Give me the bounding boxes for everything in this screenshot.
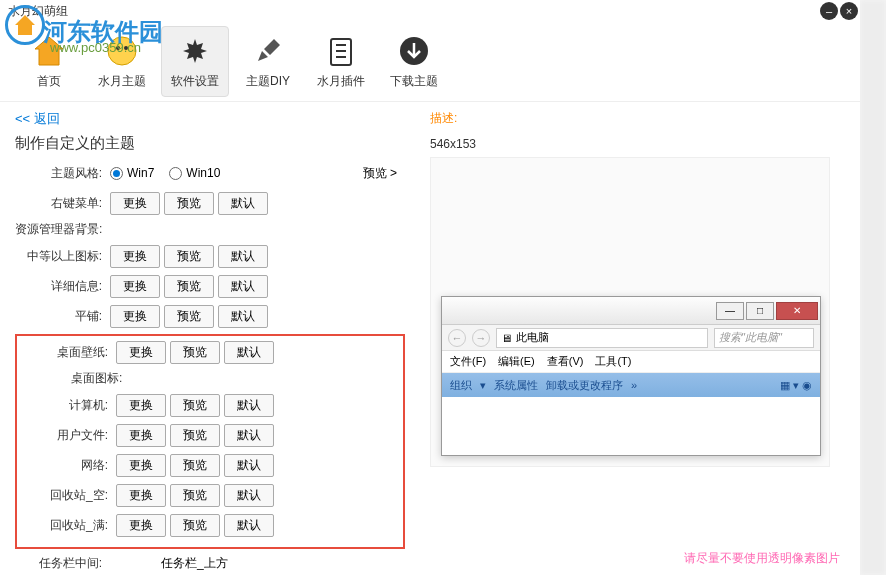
- explorer-search: 搜索"此电脑": [714, 328, 814, 348]
- radio-win7[interactable]: Win7: [110, 166, 154, 180]
- page-title: 制作自定义的主题: [15, 134, 405, 153]
- nav-back-icon: ←: [448, 329, 466, 347]
- default-button[interactable]: 默认: [224, 394, 274, 417]
- default-button[interactable]: 默认: [224, 484, 274, 507]
- preview-button[interactable]: 预览: [170, 454, 220, 477]
- theme-icon: [104, 33, 140, 69]
- tab-download[interactable]: 下载主题: [380, 27, 448, 96]
- default-button[interactable]: 默认: [224, 341, 274, 364]
- computer-label: 计算机:: [21, 397, 116, 414]
- preview-dimensions: 546x153: [430, 137, 850, 151]
- userfiles-label: 用户文件:: [21, 427, 116, 444]
- detail-info-label: 详细信息:: [15, 278, 110, 295]
- home-icon: [31, 33, 67, 69]
- desktop-icon-header: 桌面图标:: [21, 370, 399, 387]
- wallpaper-label: 桌面壁纸:: [21, 344, 116, 361]
- preview-button[interactable]: 预览: [164, 192, 214, 215]
- address-bar: 🖥 此电脑: [496, 328, 708, 348]
- change-button[interactable]: 更换: [110, 245, 160, 268]
- network-label: 网络:: [21, 457, 116, 474]
- change-button[interactable]: 更换: [116, 484, 166, 507]
- preview-button[interactable]: 预览: [170, 424, 220, 447]
- preview-button[interactable]: 预览: [170, 484, 220, 507]
- radio-icon: [110, 167, 123, 180]
- plugin-icon: [323, 33, 359, 69]
- svg-point-0: [108, 37, 136, 65]
- tile-label: 平铺:: [15, 308, 110, 325]
- change-button[interactable]: 更换: [116, 514, 166, 537]
- style-label: 主题风格:: [15, 165, 110, 182]
- medium-icon-label: 中等以上图标:: [15, 248, 110, 265]
- explorer-menubar: 文件(F) 编辑(E) 查看(V) 工具(T): [442, 351, 820, 373]
- change-button[interactable]: 更换: [116, 424, 166, 447]
- default-button[interactable]: 默认: [218, 245, 268, 268]
- preview-link[interactable]: 预览 >: [363, 165, 405, 182]
- back-link[interactable]: << 返回: [15, 110, 405, 128]
- change-button[interactable]: 更换: [116, 454, 166, 477]
- explorer-close-icon: ✕: [776, 302, 818, 320]
- preview-button[interactable]: 预览: [164, 305, 214, 328]
- tab-diy[interactable]: 主题DIY: [234, 27, 302, 96]
- close-button[interactable]: ×: [840, 2, 858, 20]
- default-button[interactable]: 默认: [224, 454, 274, 477]
- preview-button[interactable]: 预览: [170, 341, 220, 364]
- svg-point-1: [116, 46, 120, 50]
- default-button[interactable]: 默认: [224, 424, 274, 447]
- main-toolbar: 首页 水月主题 软件设置 主题DIY 水月插件: [0, 22, 860, 102]
- taskbar-value: 任务栏_上方: [110, 554, 279, 573]
- recycle-empty-label: 回收站_空:: [21, 487, 116, 504]
- preview-area: — □ ✕ ← → 🖥 此电脑 搜索"此电脑" 文件(F): [430, 157, 830, 467]
- radio-win10[interactable]: Win10: [169, 166, 220, 180]
- change-button[interactable]: 更换: [110, 275, 160, 298]
- footer-warning: 请尽量不要使用透明像素图片: [684, 550, 840, 567]
- explorer-minimize-icon: —: [716, 302, 744, 320]
- explorer-ribbon: 组织 ▾ 系统属性 卸载或更改程序 » ▦ ▾ ◉: [442, 373, 820, 397]
- default-button[interactable]: 默认: [218, 305, 268, 328]
- taskbar-center-label: 任务栏中间:: [15, 555, 110, 572]
- svg-point-2: [124, 46, 128, 50]
- preview-button[interactable]: 预览: [164, 245, 214, 268]
- tab-plugin[interactable]: 水月插件: [307, 27, 375, 96]
- tab-theme[interactable]: 水月主题: [88, 27, 156, 96]
- recycle-full-label: 回收站_满:: [21, 517, 116, 534]
- window-title: 水月幻萌组: [8, 3, 68, 20]
- default-button[interactable]: 默认: [218, 192, 268, 215]
- default-button[interactable]: 默认: [224, 514, 274, 537]
- download-icon: [396, 33, 432, 69]
- settings-icon: [177, 33, 213, 69]
- tab-home[interactable]: 首页: [15, 27, 83, 96]
- context-menu-label: 右键菜单:: [15, 195, 110, 212]
- preview-button[interactable]: 预览: [170, 514, 220, 537]
- tab-settings[interactable]: 软件设置: [161, 26, 229, 97]
- preview-button[interactable]: 预览: [164, 275, 214, 298]
- radio-icon: [169, 167, 182, 180]
- change-button[interactable]: 更换: [116, 341, 166, 364]
- minimize-button[interactable]: –: [820, 2, 838, 20]
- change-button[interactable]: 更换: [116, 394, 166, 417]
- change-button[interactable]: 更换: [110, 305, 160, 328]
- nav-forward-icon: →: [472, 329, 490, 347]
- change-button[interactable]: 更换: [110, 192, 160, 215]
- preview-button[interactable]: 预览: [170, 394, 220, 417]
- explorer-preview: — □ ✕ ← → 🖥 此电脑 搜索"此电脑" 文件(F): [441, 296, 821, 456]
- explorer-maximize-icon: □: [746, 302, 774, 320]
- diy-icon: [250, 33, 286, 69]
- default-button[interactable]: 默认: [218, 275, 268, 298]
- highlighted-section: 桌面壁纸: 更换 预览 默认 桌面图标: 计算机: 更换 预览 默认: [15, 334, 405, 549]
- description-label: 描述:: [430, 110, 457, 127]
- explorer-bg-header: 资源管理器背景:: [15, 221, 405, 238]
